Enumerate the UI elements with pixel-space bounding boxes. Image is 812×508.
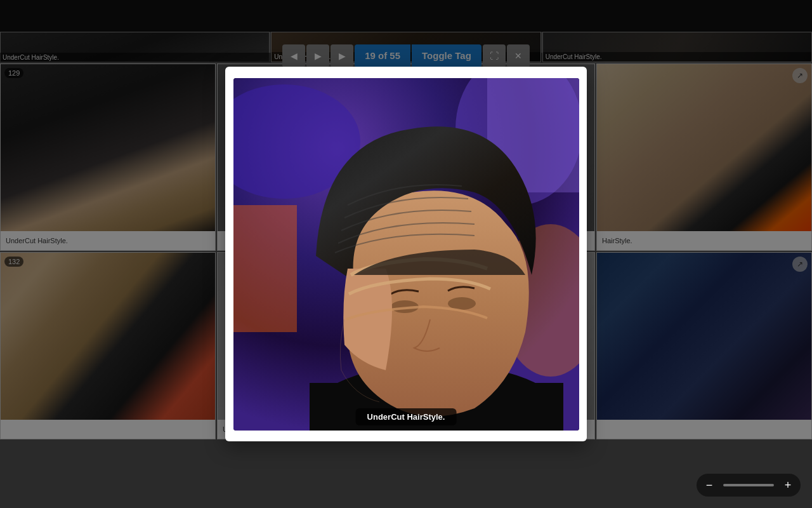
zoom-bar[interactable]: [723, 484, 774, 486]
svg-rect-3: [233, 205, 297, 332]
zoom-out-button[interactable]: −: [699, 475, 719, 495]
modal-box: UnderCut HairStyle.: [225, 67, 587, 441]
modal-overlay[interactable]: UnderCut HairStyle.: [0, 0, 812, 508]
zoom-in-button[interactable]: +: [778, 475, 798, 495]
modal-image: [233, 78, 579, 431]
modal-hair-svg: [233, 78, 579, 431]
modal-caption: UnderCut HairStyle.: [356, 408, 457, 425]
zoom-controls: − +: [697, 474, 801, 497]
